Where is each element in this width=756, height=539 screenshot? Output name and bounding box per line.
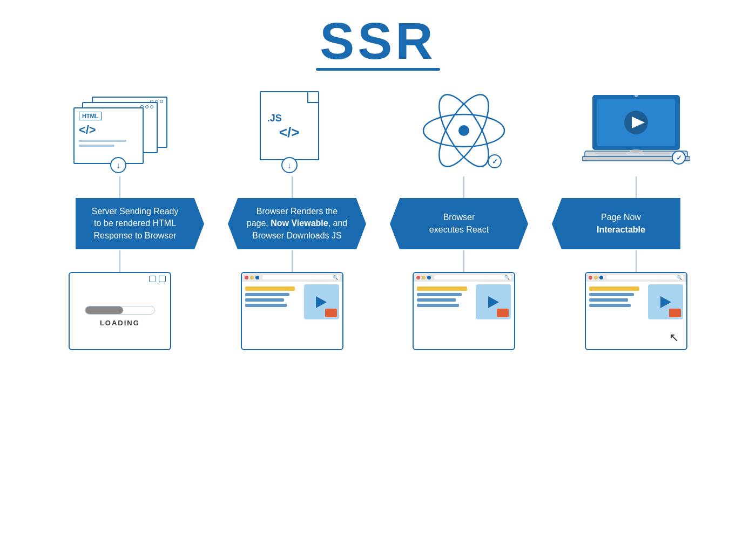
col1-icon-container: HTML </> ↓: [54, 97, 186, 171]
row-labels: Server Sending Readyto be rendered HTMLR…: [54, 198, 702, 249]
html-page-front: HTML </>: [73, 107, 144, 164]
download-arrow-1: ↓: [110, 157, 126, 173]
label-box-1: Server Sending Readyto be rendered HTMLR…: [76, 198, 194, 249]
loading-screen: LOADING: [69, 272, 171, 350]
col4-screen: 🔍: [570, 272, 702, 350]
page-container: SSR: [0, 0, 756, 539]
loading-text: LOADING: [100, 319, 140, 327]
ssr-title: SSR: [316, 15, 440, 67]
connectors-row1: [54, 176, 702, 198]
title-section: SSR: [316, 15, 440, 71]
label3-text: Browserexecutes React: [429, 213, 489, 234]
label1-text: Server Sending Readyto be rendered HTMLR…: [92, 207, 179, 240]
col4-icon-container: ✓: [570, 93, 702, 171]
browser-screen-2: 🔍: [241, 272, 343, 350]
browser-screen-4: 🔍: [585, 272, 687, 350]
label-box-3: Browserexecutes React: [400, 198, 518, 249]
col2-icon-container: .JS </> ↓: [226, 91, 358, 171]
label2-text: Browser Renders thepage, Now Viewable, a…: [247, 207, 347, 240]
col3-screen: 🔍: [399, 272, 530, 350]
cursor-icon: ↖: [669, 332, 679, 344]
label4-text: Page NowInteractable: [597, 213, 645, 234]
svg-point-13: [634, 94, 638, 97]
col3-icon-container: ✓: [399, 90, 530, 171]
html-stack-icon: HTML </> ↓: [71, 97, 168, 167]
col1-screen: LOADING: [54, 272, 186, 350]
label-box-4: Page NowInteractable: [562, 198, 680, 249]
laptop-icon: ✓: [582, 93, 690, 171]
svg-point-12: [630, 149, 643, 153]
main-diagram: HTML </> ↓: [54, 90, 702, 350]
download-arrow-2: ↓: [281, 157, 298, 173]
browser-screen-3: 🔍: [413, 272, 515, 350]
row-screens: LOADING 🔍: [54, 272, 702, 350]
laptop-checkmark: ✓: [672, 151, 686, 165]
connectors-row2: [54, 250, 702, 272]
js-file-icon: .JS </> ↓: [260, 91, 325, 167]
svg-point-3: [458, 125, 469, 136]
react-atom-icon: ✓: [421, 90, 507, 171]
label-box-2: Browser Renders thepage, Now Viewable, a…: [238, 198, 356, 249]
col2-screen: 🔍: [226, 272, 358, 350]
row-icons: HTML </> ↓: [54, 90, 702, 171]
